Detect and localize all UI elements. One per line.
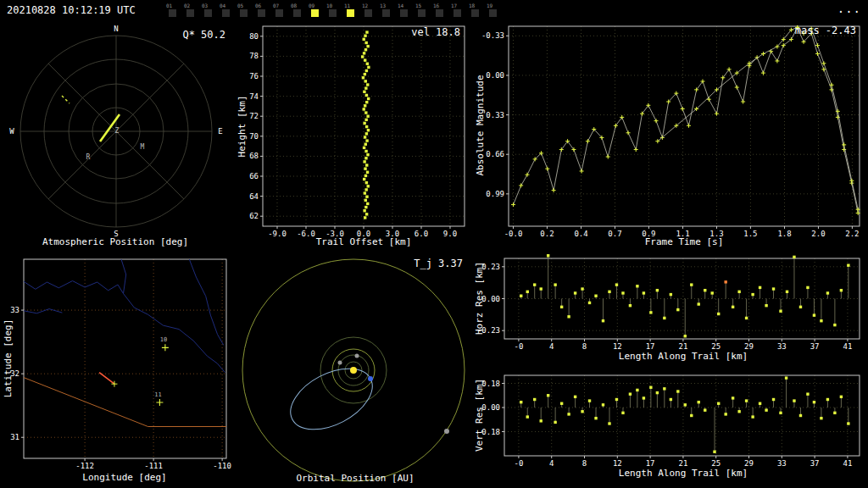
camera-tile-number: 13	[380, 3, 386, 8]
mass-stat: mass -2.43	[729, 25, 856, 36]
velocity-stat: vel 18.8	[333, 26, 460, 38]
tick-label: 17	[646, 459, 655, 468]
body-dot	[444, 429, 449, 434]
plus-marker	[156, 399, 163, 406]
camera-tile-06[interactable]: 06	[255, 3, 273, 17]
tick-label: 29	[744, 459, 754, 468]
camera-tile-12[interactable]: 12	[362, 3, 380, 17]
camera-tile-15[interactable]: 15	[415, 3, 433, 17]
body-dot	[350, 367, 357, 374]
tick-label: 37	[810, 342, 820, 351]
camera-tile-indicator	[275, 9, 283, 17]
tick-label: -0.33	[481, 31, 504, 40]
trail-points	[361, 30, 370, 219]
camera-tile-19[interactable]: 19	[487, 3, 504, 17]
plus-marker	[761, 71, 765, 75]
camera-tile-14[interactable]: 14	[398, 3, 415, 17]
camera-tile-indicator	[400, 9, 408, 17]
tick-label: W	[9, 127, 14, 136]
tick-label: 80	[249, 32, 259, 41]
light-curve-station-09	[511, 25, 860, 215]
tick-label: -110	[213, 462, 231, 470]
tick-label: M	[141, 143, 145, 151]
camera-tile-indicator	[240, 9, 248, 17]
camera-tile-indicator	[293, 9, 301, 17]
body-dot	[355, 354, 359, 358]
plus-marker	[519, 183, 523, 187]
tick-label: 21	[678, 459, 687, 468]
tick-label: R	[86, 153, 91, 161]
camera-tile-03[interactable]: 03	[202, 3, 220, 17]
overflow-menu-button[interactable]: ...	[837, 2, 861, 15]
camera-tile-number: 16	[433, 3, 439, 8]
camera-tile-17[interactable]: 17	[451, 3, 469, 17]
tick-label: 2.2	[845, 230, 859, 238]
camera-tile-13[interactable]: 13	[380, 3, 398, 17]
tick-label: 8	[582, 459, 587, 468]
tick-label: -112	[75, 462, 94, 470]
tick-label: 33	[777, 342, 787, 351]
plus-marker	[545, 167, 549, 171]
camera-tile-indicator	[489, 9, 497, 17]
ground-track	[24, 378, 226, 427]
tick-label: 29	[744, 342, 754, 351]
camera-tile-indicator	[258, 9, 265, 17]
camera-tile-02[interactable]: 02	[184, 3, 202, 17]
camera-tile-05[interactable]: 05	[237, 3, 255, 17]
camera-tile-10[interactable]: 10	[326, 3, 344, 17]
tick-label: 12	[613, 459, 622, 468]
camera-tile-number: 09	[309, 3, 314, 8]
plus-marker	[775, 58, 779, 63]
tick-label: -0	[514, 342, 523, 351]
tick-label: 0.99	[486, 190, 504, 198]
axes: -112-111-110333231	[10, 259, 231, 470]
camera-tile-11[interactable]: 11	[344, 3, 362, 17]
camera-tile-16[interactable]: 16	[433, 3, 451, 17]
camera-tile-01[interactable]: 01	[166, 3, 184, 17]
tick-label: 25	[711, 459, 721, 468]
station-markers: 1011	[154, 336, 169, 406]
plus-marker	[634, 147, 638, 152]
plus-marker	[654, 119, 659, 123]
camera-tile-number: 04	[220, 3, 225, 8]
tick-label: E	[218, 127, 222, 136]
camera-tile-strip: 01020304050607080910111213141516171819	[166, 3, 504, 17]
camera-tile-number: 10	[326, 3, 332, 8]
tick-label: 37	[810, 459, 820, 468]
camera-tile-18[interactable]: 18	[469, 3, 487, 17]
camera-tile-indicator	[311, 9, 319, 17]
camera-tile-07[interactable]: 07	[273, 3, 291, 17]
plus-marker	[626, 130, 631, 135]
camera-tile-number: 02	[184, 3, 190, 8]
mag-ylabel: Absolute Magnitude	[475, 41, 487, 210]
tick-label: 4	[549, 342, 554, 351]
camera-tile-indicator	[418, 9, 426, 17]
top-bar: 20210828 10:12:19 UTC 010203040506070809…	[0, 0, 868, 22]
tick-label: 70	[249, 132, 259, 141]
camera-tile-number: 12	[362, 3, 368, 8]
plus-marker	[580, 169, 584, 173]
tick-label: 0.2	[540, 230, 554, 238]
camera-tile-08[interactable]: 08	[291, 3, 309, 17]
mag-xlabel: Frame Time [s]	[599, 236, 769, 247]
camera-tile-number: 15	[415, 3, 421, 8]
tick-label: -111	[144, 462, 163, 470]
camera-tile-indicator	[204, 9, 212, 17]
plus-marker	[681, 107, 685, 111]
axes: -9.0-6.0-3.00.03.06.09.06264666870727476…	[249, 26, 465, 238]
camera-tile-09[interactable]: 09	[309, 3, 326, 17]
camera-tile-indicator	[364, 9, 372, 17]
tick-label: 72	[249, 112, 259, 120]
camera-tile-04[interactable]: 04	[220, 3, 237, 17]
axes: -04812172125293337410.180.00-0.18	[477, 375, 860, 468]
tick-label: 17	[646, 342, 655, 351]
plus-marker	[552, 188, 556, 192]
camera-tile-number: 18	[469, 3, 475, 8]
plus-marker	[735, 86, 739, 90]
plus-marker	[586, 139, 590, 143]
orbit-xlabel: Orbital Position [AU]	[270, 473, 440, 484]
plus-marker	[606, 155, 610, 159]
residual-points	[520, 376, 850, 452]
map-borders	[24, 259, 225, 373]
atmospheric-position-plot: NESWZRM	[0, 22, 237, 254]
